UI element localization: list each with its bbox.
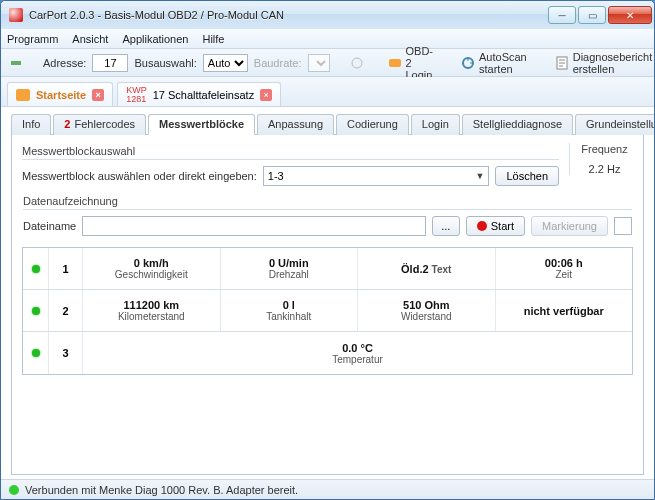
table-row: 30.0 °CTemperatur [23, 332, 632, 374]
menu-applikationen[interactable]: Applikationen [122, 33, 188, 45]
data-cell: 00:06 hZeit [496, 248, 633, 289]
data-cell: 111200 kmKilometerstand [83, 290, 221, 331]
data-cell: 510 OhmWiderstand [358, 290, 496, 331]
data-table: 10 km/hGeschwindigkeit0 U/minDrehzahlÖld… [22, 247, 633, 375]
data-cell: nicht verfügbar [496, 290, 633, 331]
start-record-button[interactable]: Start [466, 216, 525, 236]
record-title: Datenaufzeichnung [23, 193, 632, 210]
status-led-icon [9, 485, 19, 495]
content-panel: Messwertblockauswahl Messwertblock auswä… [11, 135, 644, 475]
mark-button: Markierung [531, 216, 608, 236]
window-title: CarPort 2.0.3 - Basis-Modul OBD2 / Pro-M… [29, 9, 548, 21]
toolbar: Adresse: Busauswahl: Auto Baudrate: OBD-… [1, 49, 654, 77]
minimize-button[interactable]: ─ [548, 6, 576, 24]
app-window: CarPort 2.0.3 - Basis-Modul OBD2 / Pro-M… [0, 0, 655, 500]
data-cell: 0 U/minDrehzahl [221, 248, 359, 289]
obd-icon [388, 56, 402, 70]
data-cell: 0 lTankinhalt [221, 290, 359, 331]
tab-stellglieddiagnose[interactable]: Stellglieddiagnose [462, 114, 573, 135]
autoscan-icon [461, 56, 475, 70]
filename-input[interactable] [82, 216, 426, 236]
block-select-label: Messwertblock auswählen oder direkt eing… [22, 170, 257, 182]
tab-grundeinstellung[interactable]: Grundeinstellung [575, 114, 654, 135]
row-led [23, 332, 49, 374]
record-icon [477, 221, 487, 231]
bus-select[interactable]: Auto [203, 54, 248, 72]
svg-rect-0 [11, 61, 21, 65]
address-input[interactable] [92, 54, 128, 72]
table-row: 2111200 kmKilometerstand0 lTankinhalt510… [23, 290, 632, 332]
tab-login[interactable]: Login [411, 114, 460, 135]
svg-rect-2 [389, 59, 401, 67]
data-cell: 0 km/hGeschwindigkeit [83, 248, 221, 289]
data-cell: Öld.2 Text [358, 248, 496, 289]
autoscan-button[interactable]: AutoScan starten [457, 49, 531, 77]
address-label: Adresse: [43, 57, 86, 69]
tab-startseite[interactable]: Startseite × [7, 82, 113, 106]
data-cell: 0.0 °CTemperatur [83, 332, 632, 374]
filename-label: Dateiname [23, 220, 76, 232]
row-index: 1 [49, 248, 83, 289]
browse-button[interactable]: ... [432, 216, 460, 236]
car-icon [16, 89, 30, 101]
tab-module-17[interactable]: KWP 1281 17 Schalttafeleinsatz × [117, 82, 281, 106]
block-select-combo[interactable]: 1-3 ▼ [263, 166, 490, 186]
close-tab-icon[interactable]: × [92, 89, 104, 101]
row-led [23, 248, 49, 289]
row-index: 2 [49, 290, 83, 331]
mark-checkbox[interactable] [614, 217, 632, 235]
tab-info[interactable]: Info [11, 114, 51, 135]
report-icon [555, 56, 569, 70]
menu-programm[interactable]: Programm [7, 33, 58, 45]
selection-title: Messwertblockauswahl [22, 143, 559, 160]
svg-point-1 [352, 58, 362, 68]
app-icon [9, 8, 23, 22]
tab-anpassung[interactable]: Anpassung [257, 114, 334, 135]
baud-label: Baudrate: [254, 57, 302, 69]
tab-messwertbloecke[interactable]: Messwertblöcke [148, 114, 255, 135]
page-tabs: Startseite × KWP 1281 17 Schalttafeleins… [1, 77, 654, 107]
menubar: Programm Ansicht Applikationen Hilfe [1, 29, 654, 49]
sub-tabs: Info 2Fehlercodes Messwertblöcke Anpassu… [11, 113, 644, 135]
delete-button[interactable]: Löschen [495, 166, 559, 186]
maximize-button[interactable]: ▭ [578, 6, 606, 24]
report-button[interactable]: Diagnosebericht erstellen [551, 49, 655, 77]
row-index: 3 [49, 332, 83, 374]
frequency-box: Frequenz 2.2 Hz [569, 143, 633, 175]
close-button[interactable]: ✕ [608, 6, 652, 24]
menu-ansicht[interactable]: Ansicht [72, 33, 108, 45]
menu-hilfe[interactable]: Hilfe [202, 33, 224, 45]
row-led [23, 290, 49, 331]
statusbar: Verbunden mit Menke Diag 1000 Rev. B. Ad… [1, 479, 654, 499]
status-text: Verbunden mit Menke Diag 1000 Rev. B. Ad… [25, 484, 298, 496]
connect-icon[interactable] [9, 56, 23, 70]
action-icon [350, 56, 364, 70]
close-tab-icon[interactable]: × [260, 89, 272, 101]
tab-codierung[interactable]: Codierung [336, 114, 409, 135]
table-row: 10 km/hGeschwindigkeit0 U/minDrehzahlÖld… [23, 248, 632, 290]
baud-select [308, 54, 330, 72]
bus-label: Busauswahl: [134, 57, 196, 69]
chevron-down-icon: ▼ [475, 171, 484, 181]
tab-fehlercodes[interactable]: 2Fehlercodes [53, 114, 146, 135]
main-panel: Info 2Fehlercodes Messwertblöcke Anpassu… [1, 107, 654, 479]
titlebar[interactable]: CarPort 2.0.3 - Basis-Modul OBD2 / Pro-M… [1, 1, 654, 29]
